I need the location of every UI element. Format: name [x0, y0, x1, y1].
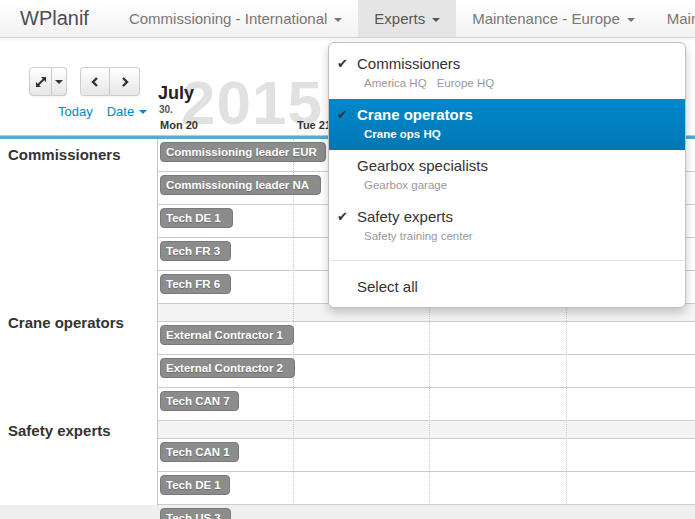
check-icon: ✔: [337, 107, 348, 122]
caret-down-icon: [55, 80, 63, 84]
dropdown-item-gearbox-specialists[interactable]: Gearbox specialistsGearbox garage: [329, 150, 685, 201]
month-title: July: [158, 83, 194, 104]
resource-bar-external-contractor-2[interactable]: External Contractor 2: [160, 358, 295, 378]
expand-icon: [34, 75, 48, 89]
navbar-menu: Commissioning - InternationalExpertsMain…: [113, 0, 695, 37]
chevron-right-icon: [119, 76, 131, 88]
expand-view-button[interactable]: [29, 67, 52, 96]
date-link-label: Date: [107, 104, 134, 119]
today-link[interactable]: Today: [58, 104, 93, 119]
week-number-label: 30.: [159, 104, 173, 115]
brand[interactable]: WPlanif: [0, 0, 101, 37]
view-button-group: [29, 67, 67, 96]
nav-item-maintenance-europe[interactable]: Maintenance - Europe: [456, 0, 651, 37]
dropdown-divider: [330, 260, 684, 261]
dropdown-item-label: Commissioners: [357, 56, 675, 71]
dropdown-item-label: Crane operators: [357, 107, 675, 122]
group-label-commissioners: Commissioners: [8, 146, 121, 163]
chevron-left-icon: [89, 76, 101, 88]
resource-bar-external-contractor-1[interactable]: External Contractor 1: [160, 325, 294, 345]
resource-bar-tech-can-7[interactable]: Tech CAN 7: [160, 391, 239, 411]
dropdown-item-label: Gearbox specialists: [357, 158, 675, 173]
dropdown-item-sublabels: Safety training center: [357, 230, 675, 242]
date-menu-link[interactable]: Date: [107, 104, 147, 119]
nav-item-experts[interactable]: Experts: [358, 0, 456, 37]
nav-item-maintenance[interactable]: Maintenance -: [651, 0, 695, 37]
dropdown-item-safety-experts[interactable]: ✔Safety expertsSafety training center: [329, 201, 685, 252]
today-link-label: Today: [58, 104, 93, 119]
nav-item-label: Experts: [374, 0, 425, 37]
location-label: Safety training center: [364, 230, 473, 242]
day-header-mon-20: Mon 20: [160, 119, 198, 131]
day-header-tue-21: Tue 21: [297, 119, 331, 131]
next-button[interactable]: [110, 67, 140, 96]
prev-button[interactable]: [80, 67, 110, 96]
check-icon: ✔: [337, 56, 348, 71]
dropdown-item-crane-operators[interactable]: ✔Crane operatorsCrane ops HQ: [329, 99, 685, 150]
dropdown-item-sublabels: America HQEurope HQ: [357, 77, 675, 89]
dropdown-item-sublabels: Crane ops HQ: [357, 128, 675, 140]
nav-button-group: [80, 67, 140, 96]
dropdown-item-sublabels: Gearbox garage: [357, 179, 675, 191]
resource-bar-tech-can-1[interactable]: Tech CAN 1: [160, 442, 239, 462]
resource-bar-tech-de-1[interactable]: Tech DE 1: [160, 208, 233, 228]
resource-row: Tech DE 1: [158, 475, 695, 505]
resource-row: Tech CAN 1: [158, 442, 695, 472]
nav-item-label: Maintenance -: [667, 0, 695, 37]
resource-bar-tech-us-3[interactable]: Tech US 3: [160, 508, 231, 519]
navbar: WPlanif Commissioning - InternationalExp…: [0, 0, 695, 38]
nav-item-label: Maintenance - Europe: [472, 0, 620, 37]
caret-down-icon: [627, 18, 635, 22]
caret-down-icon: [432, 18, 440, 22]
resource-bar-tech-de-1[interactable]: Tech DE 1: [160, 475, 230, 495]
location-label: America HQ: [364, 77, 427, 89]
resource-row: External Contractor 1: [158, 325, 695, 355]
view-options-button[interactable]: [52, 67, 67, 96]
group-label-safety-experts: Safety experts: [8, 422, 111, 439]
caret-down-icon: [334, 18, 342, 22]
experts-dropdown-menu: ✔CommissionersAmerica HQEurope HQ✔Crane …: [328, 42, 686, 308]
resource-bar-commissioning-leader-na[interactable]: Commissioning leader NA: [160, 175, 321, 195]
check-icon: ✔: [337, 209, 348, 224]
section-gap: [158, 421, 695, 439]
location-label: Gearbox garage: [364, 179, 447, 191]
dropdown-select-all[interactable]: Select all: [329, 269, 685, 304]
dropdown-item-label: Safety experts: [357, 209, 675, 224]
nav-item-label: Commissioning - International: [129, 0, 327, 37]
date-links: Today Date: [58, 104, 147, 119]
location-label: Crane ops HQ: [364, 128, 441, 140]
resource-row: Tech US 3: [158, 508, 695, 519]
caret-down-icon: [139, 110, 147, 114]
dropdown-item-commissioners[interactable]: ✔CommissionersAmerica HQEurope HQ: [329, 48, 685, 99]
resource-bar-tech-fr-6[interactable]: Tech FR 6: [160, 274, 231, 294]
resource-bar-commissioning-leader-eur[interactable]: Commissioning leader EUR: [160, 142, 326, 162]
group-label-crane-operators: Crane operators: [8, 314, 124, 331]
resource-row: External Contractor 2: [158, 358, 695, 388]
nav-item-commissioning-international[interactable]: Commissioning - International: [113, 0, 358, 37]
resource-bar-tech-fr-3[interactable]: Tech FR 3: [160, 241, 231, 261]
resource-row: Tech CAN 7: [158, 391, 695, 421]
location-label: Europe HQ: [437, 77, 495, 89]
